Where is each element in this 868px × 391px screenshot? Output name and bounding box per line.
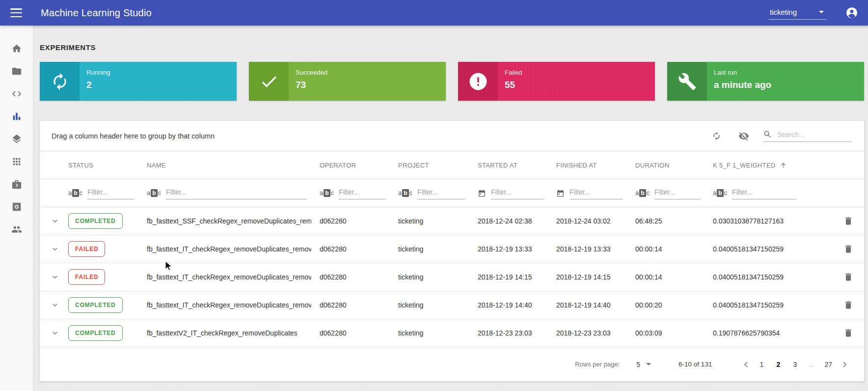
started-at-cell: 2018-12-24 02:38 xyxy=(478,217,556,225)
menu-icon[interactable] xyxy=(10,8,22,17)
sidebar-item-settings[interactable] xyxy=(0,196,33,218)
started-at-cell: 2018-12-19 14:15 xyxy=(478,273,556,281)
group-by-hint[interactable]: Drag a column header here to group by th… xyxy=(52,132,215,140)
metric-cell: 0.04005181347150259 xyxy=(713,301,809,309)
column-visibility-button[interactable] xyxy=(735,128,752,144)
column-header-project[interactable]: PROJECT xyxy=(398,162,478,169)
text-filter-icon[interactable]: abc xyxy=(398,189,412,197)
project-cell: ticketing xyxy=(398,273,478,281)
filter-cell-metric: abc xyxy=(713,187,809,199)
filter-input-metric[interactable] xyxy=(732,187,796,199)
sidebar-item-code[interactable] xyxy=(0,83,33,105)
search-icon xyxy=(763,130,772,139)
sidebar-item-files[interactable] xyxy=(0,60,33,83)
status-badge: COMPLETED xyxy=(68,325,123,341)
page-range-label: 6-10 of 131 xyxy=(678,361,712,368)
row-expander[interactable] xyxy=(49,215,68,227)
finished-at-cell: 2018-12-19 13:33 xyxy=(556,245,635,253)
sidebar-item-home[interactable] xyxy=(0,37,33,60)
operator-cell: d062280 xyxy=(320,273,398,281)
experiment-name: fb_fasttext_IT_checkRegex_removeDuplicat… xyxy=(147,301,311,309)
filter-cell-operator: abc xyxy=(320,187,398,199)
metric-cell: 0.04005181347150259 xyxy=(713,273,809,281)
search-input[interactable] xyxy=(777,131,846,139)
filter-input-project[interactable] xyxy=(417,187,465,199)
finished-at-cell: 2018-12-24 03:02 xyxy=(556,217,635,225)
trash-icon xyxy=(843,216,853,226)
page-number[interactable]: 1 xyxy=(759,361,764,368)
chevron-left-icon xyxy=(741,360,751,369)
card-running: Running 2 xyxy=(40,62,237,101)
finished-at-cell: 2018-12-19 14:15 xyxy=(556,273,635,281)
delete-button[interactable] xyxy=(841,242,855,256)
filter-input-name[interactable] xyxy=(166,187,307,199)
project-selector-value: ticketing xyxy=(770,8,797,16)
filter-input-started-at[interactable] xyxy=(491,187,543,199)
delete-button[interactable] xyxy=(841,326,855,340)
grid-filter-row: abc abc abc abc xyxy=(40,179,864,207)
eye-off-icon xyxy=(738,131,749,141)
status-badge: FAILED xyxy=(68,241,105,257)
page-number-current[interactable]: 2 xyxy=(775,361,781,368)
experiments-grid: Drag a column header here to group by th… xyxy=(40,121,864,381)
column-header-operator[interactable]: OPERATOR xyxy=(320,162,398,169)
chevron-right-icon xyxy=(840,360,849,369)
sidebar-item-apps[interactable] xyxy=(0,150,33,173)
page-number[interactable]: 27 xyxy=(824,361,832,368)
chevron-down-icon xyxy=(51,301,59,309)
previous-page-button[interactable] xyxy=(739,358,753,371)
text-filter-icon[interactable]: abc xyxy=(713,189,727,197)
grid-pager: Rows per page: 5 6-10 of 131 1 2 3 ... 2… xyxy=(40,347,864,381)
refresh-button[interactable] xyxy=(708,128,725,144)
filter-input-operator[interactable] xyxy=(339,187,385,199)
next-page-button[interactable] xyxy=(838,358,851,371)
rows-per-page-label: Rows per page: xyxy=(575,361,620,368)
sidebar-item-layers[interactable] xyxy=(0,128,33,150)
metric-cell: 0.04005181347150259 xyxy=(713,245,809,253)
chevron-down-icon xyxy=(51,217,59,225)
row-expander[interactable] xyxy=(49,271,68,283)
project-selector[interactable]: ticketing xyxy=(769,6,827,20)
duration-cell: 00:00:14 xyxy=(635,273,713,281)
column-header-name[interactable]: NAME xyxy=(147,162,320,169)
filter-cell-name: abc xyxy=(147,187,320,199)
sidebar-item-users[interactable] xyxy=(0,218,33,241)
text-filter-icon[interactable]: abc xyxy=(635,189,650,197)
filter-input-finished-at[interactable] xyxy=(570,187,623,199)
text-filter-icon[interactable]: abc xyxy=(147,189,161,197)
page-title: EXPERIMENTS xyxy=(40,43,864,52)
column-header-duration[interactable]: DURATION xyxy=(635,162,713,169)
finished-at-cell: 2018-12-23 23:03 xyxy=(556,329,635,337)
grid-header-row: STATUS NAME OPERATOR PROJECT STARTED AT … xyxy=(40,151,864,179)
row-expander[interactable] xyxy=(49,327,68,339)
row-expander[interactable] xyxy=(49,243,68,255)
card-label: Succeeded xyxy=(296,69,327,76)
text-filter-icon[interactable]: abc xyxy=(68,189,82,197)
calendar-filter-icon[interactable] xyxy=(556,189,565,197)
row-expander[interactable] xyxy=(49,299,68,311)
delete-button[interactable] xyxy=(841,214,855,228)
column-header-started-at[interactable]: STARTED AT xyxy=(478,162,556,169)
main-content: EXPERIMENTS Running 2 Succeeded 73 xyxy=(40,26,864,381)
filter-cell-started-at xyxy=(478,187,556,199)
operator-cell: d062280 xyxy=(320,217,398,225)
page-number[interactable]: 3 xyxy=(792,361,798,368)
sidebar-item-experiments[interactable] xyxy=(0,105,33,128)
operator-cell: d062280 xyxy=(320,301,398,309)
top-app-bar: Machine Learning Studio ticketing xyxy=(0,0,868,26)
column-header-finished-at[interactable]: FINISHED AT xyxy=(556,162,635,169)
column-header-metric[interactable]: K 5_F 1_WEIGHTED xyxy=(713,162,809,169)
filter-input-duration[interactable] xyxy=(654,187,700,199)
chevron-down-icon xyxy=(819,11,824,13)
metric-cell: 0.03031038778127163 xyxy=(713,217,809,225)
filter-input-status[interactable] xyxy=(87,187,134,199)
rows-per-page-select[interactable]: 5 xyxy=(636,361,651,368)
account-circle-icon[interactable] xyxy=(845,6,858,19)
sidebar-item-jobs[interactable] xyxy=(0,173,33,196)
card-value: a minute ago xyxy=(714,80,771,90)
delete-button[interactable] xyxy=(841,298,855,312)
text-filter-icon[interactable]: abc xyxy=(320,189,334,197)
calendar-filter-icon[interactable] xyxy=(478,189,486,197)
delete-button[interactable] xyxy=(841,270,855,284)
column-header-status[interactable]: STATUS xyxy=(68,162,147,169)
